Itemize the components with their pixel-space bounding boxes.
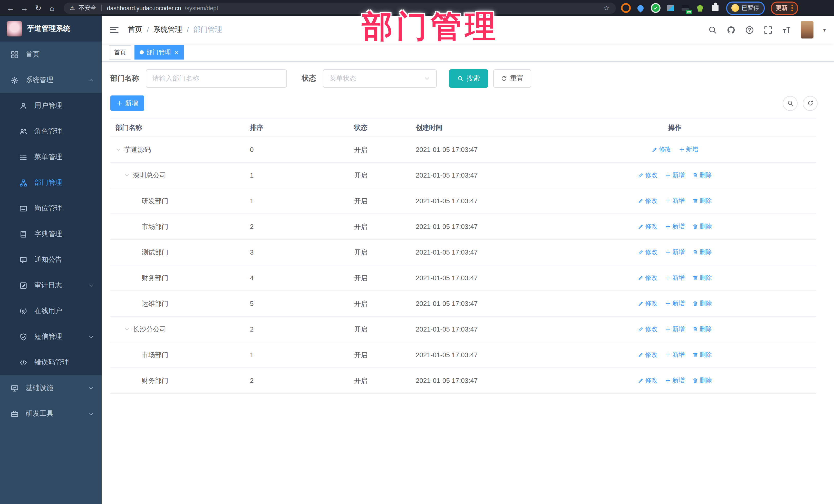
tab-部门管理[interactable]: 部门管理× (134, 45, 183, 60)
browser-profile-chip[interactable]: 已暂停 (726, 1, 765, 15)
search-button[interactable]: 搜索 (449, 69, 488, 88)
sidebar-item-在线用户[interactable]: 在线用户 (0, 298, 102, 324)
row-actions: 修改新增删除 (565, 273, 816, 282)
table-row[interactable]: 长沙分公司 2 开启 2021-01-05 17:03:47 修改新增删除 (110, 317, 816, 342)
toggle-search-button[interactable] (783, 96, 797, 111)
dept-status: 开启 (354, 325, 368, 334)
browser-back-icon[interactable]: ← (4, 0, 17, 16)
delete-link[interactable]: 删除 (692, 248, 712, 257)
add-icon (679, 147, 684, 152)
sidebar-item-短信管理[interactable]: 短信管理 (0, 324, 102, 350)
delete-link[interactable]: 删除 (692, 325, 712, 334)
expand-chevron-icon[interactable] (124, 172, 133, 178)
app-title: 芋道管理系统 (27, 24, 70, 34)
reset-button[interactable]: 重置 (493, 69, 531, 88)
table-row[interactable]: 深圳总公司 1 开启 2021-01-05 17:03:47 修改新增删除 (110, 163, 816, 188)
breadcrumb-item-首页[interactable]: 首页 (128, 25, 142, 35)
expand-chevron-icon[interactable] (115, 147, 124, 152)
extension-puzzle-icon[interactable] (710, 3, 720, 13)
edit-link[interactable]: 修改 (652, 145, 671, 154)
edit-link[interactable]: 修改 (638, 197, 657, 205)
table-row[interactable]: 运维部门 5 开启 2021-01-05 17:03:47 修改新增删除 (110, 291, 816, 317)
table-row[interactable]: 市场部门 2 开启 2021-01-05 17:03:47 修改新增删除 (110, 214, 816, 240)
delete-link[interactable]: 删除 (692, 222, 712, 231)
status-select[interactable]: 菜单状态 (323, 69, 437, 88)
sidebar-item-系统管理[interactable]: 系统管理 (0, 67, 102, 93)
sidebar-item-首页[interactable]: 首页 (0, 42, 102, 67)
delete-link[interactable]: 删除 (692, 171, 712, 180)
edit-link[interactable]: 修改 (638, 222, 657, 231)
delete-link[interactable]: 删除 (692, 197, 712, 205)
add-link[interactable]: 新增 (665, 299, 685, 308)
avatar-caret-down-icon[interactable]: ▾ (823, 27, 826, 32)
sidebar-item-基础设施[interactable]: 基础设施 (0, 375, 102, 401)
delete-link[interactable]: 删除 (692, 351, 712, 359)
add-link[interactable]: 新增 (665, 351, 685, 359)
browser-forward-icon[interactable]: → (18, 0, 31, 16)
browser-update-button[interactable]: 更新 (771, 1, 798, 15)
extension-orange-icon[interactable] (620, 3, 631, 13)
edit-link[interactable]: 修改 (638, 299, 657, 308)
browser-menu-icon[interactable] (791, 5, 793, 11)
refresh-table-button[interactable] (803, 96, 817, 111)
table-row[interactable]: 测试部门 3 开启 2021-01-05 17:03:47 修改新增删除 (110, 240, 816, 265)
add-link[interactable]: 新增 (665, 222, 685, 231)
sidebar-item-部门管理[interactable]: 部门管理 (0, 170, 102, 196)
add-link[interactable]: 新增 (665, 248, 685, 257)
delete-link[interactable]: 删除 (692, 299, 712, 308)
extension-list-icon[interactable]: on (680, 3, 690, 13)
edit-link[interactable]: 修改 (638, 325, 657, 334)
add-link[interactable]: 新增 (665, 273, 685, 282)
add-button[interactable]: 新增 (110, 95, 144, 111)
add-link[interactable]: 新增 (665, 325, 685, 334)
sidebar-logo[interactable]: 芋道管理系统 (0, 16, 102, 42)
tab-首页[interactable]: 首页 (109, 45, 131, 60)
dept-created-time: 2021-01-05 17:03:47 (416, 325, 478, 333)
add-link[interactable]: 新增 (665, 376, 685, 385)
bookmark-star-icon[interactable]: ☆ (604, 4, 610, 12)
table-row[interactable]: 财务部门 2 开启 2021-01-05 17:03:47 修改新增删除 (110, 368, 816, 394)
github-icon[interactable] (727, 25, 736, 34)
sidebar-item-审计日志[interactable]: 审计日志 (0, 272, 102, 298)
sidebar-item-研发工具[interactable]: 研发工具 (0, 401, 102, 426)
edit-link[interactable]: 修改 (638, 248, 657, 257)
sidebar-item-字典管理[interactable]: 字典管理 (0, 221, 102, 247)
extension-pin-icon[interactable] (635, 3, 646, 13)
edit-link[interactable]: 修改 (638, 376, 657, 385)
dashboard-icon (11, 50, 19, 59)
delete-link[interactable]: 删除 (692, 376, 712, 385)
edit-link[interactable]: 修改 (638, 273, 657, 282)
expand-chevron-icon[interactable] (124, 326, 133, 332)
edit-link[interactable]: 修改 (638, 351, 657, 359)
table-row[interactable]: 芋道源码 0 开启 2021-01-05 17:03:47 修改新增 (110, 137, 816, 163)
sidebar-item-错误码管理[interactable]: 错误码管理 (0, 350, 102, 375)
dept-name-input[interactable]: 请输入部门名称 (146, 69, 287, 88)
delete-link[interactable]: 删除 (692, 273, 712, 282)
extension-grid-icon[interactable] (665, 3, 675, 13)
browser-reload-icon[interactable]: ↻ (32, 0, 45, 16)
sidebar-item-菜单管理[interactable]: 菜单管理 (0, 144, 102, 170)
edit-link[interactable]: 修改 (638, 171, 657, 180)
sidebar-item-角色管理[interactable]: 角色管理 (0, 118, 102, 144)
header-search-icon[interactable] (708, 25, 717, 34)
browser-address-bar[interactable]: ⚠ 不安全 dashboard.yudao.iocoder.cn/system/… (64, 2, 616, 14)
extension-figure-icon[interactable] (695, 3, 705, 13)
help-icon[interactable] (745, 25, 754, 34)
font-size-icon[interactable] (782, 25, 791, 34)
add-link[interactable]: 新增 (665, 171, 685, 180)
tab-close-icon[interactable]: × (175, 49, 178, 56)
sidebar-item-通知公告[interactable]: 通知公告 (0, 247, 102, 272)
breadcrumb-item-系统管理[interactable]: 系统管理 (153, 25, 182, 35)
hamburger-icon[interactable] (110, 26, 118, 33)
user-avatar[interactable] (800, 21, 813, 39)
browser-home-icon[interactable]: ⌂ (46, 0, 59, 16)
sidebar-item-岗位管理[interactable]: 岗位管理 (0, 196, 102, 221)
add-link[interactable]: 新增 (679, 145, 698, 154)
fullscreen-icon[interactable] (764, 25, 772, 34)
table-row[interactable]: 财务部门 4 开启 2021-01-05 17:03:47 修改新增删除 (110, 265, 816, 291)
add-link[interactable]: 新增 (665, 197, 685, 205)
extension-green-check-icon[interactable]: ✓ (650, 3, 660, 13)
table-row[interactable]: 市场部门 1 开启 2021-01-05 17:03:47 修改新增删除 (110, 342, 816, 368)
table-row[interactable]: 研发部门 1 开启 2021-01-05 17:03:47 修改新增删除 (110, 188, 816, 214)
sidebar-item-用户管理[interactable]: 用户管理 (0, 93, 102, 118)
